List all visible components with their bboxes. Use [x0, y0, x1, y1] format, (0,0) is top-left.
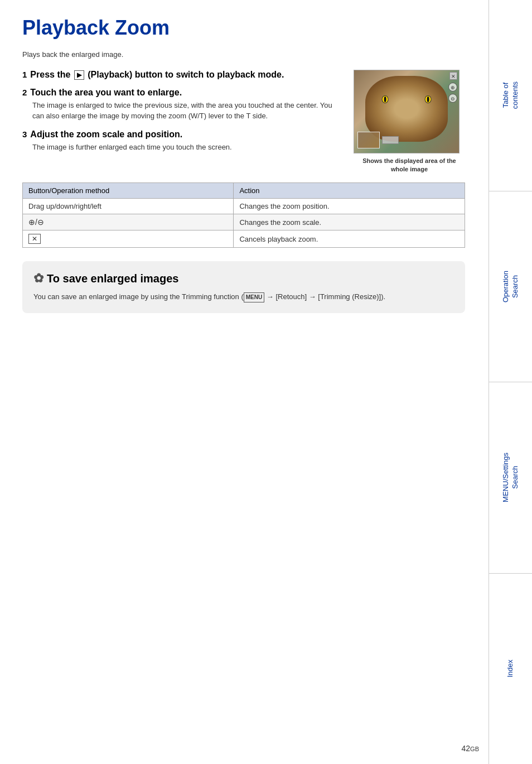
table-row: ✕ Cancels playback zoom.	[23, 230, 465, 248]
sidebar-item-table-of-contents[interactable]: Table ofcontents	[489, 0, 532, 191]
table-row: ⊕/⊖ Changes the zoom scale.	[23, 214, 465, 230]
table-cell-method-3: ✕	[23, 230, 234, 248]
preview-zoom-out-button[interactable]: ⊖	[448, 94, 457, 103]
preview-thumbnail	[357, 132, 380, 148]
sidebar-item-operation-search[interactable]: OperationSearch	[489, 191, 532, 383]
table-cell-method-1: Drag up/down/right/left	[23, 199, 234, 214]
table-cell-method-2: ⊕/⊖	[23, 214, 234, 230]
sidebar-label-menu-settings-search: MENU/SettingsSearch	[501, 453, 520, 502]
step-2-title: Touch the area you want to enlarge.	[30, 88, 182, 98]
table-cell-action-3: Cancels playback zoom.	[234, 230, 465, 248]
page-suffix: GB	[470, 746, 479, 752]
step-3: 3 Adjust the zoom scale and position. Th…	[22, 129, 342, 153]
preview-ui-overlay: ✕ ⊕ ⊖	[354, 70, 459, 153]
sidebar-item-menu-settings-search[interactable]: MENU/SettingsSearch	[489, 382, 532, 574]
page-number-value: 42	[462, 744, 471, 753]
step-2-desc: The image is enlarged to twice the previ…	[32, 100, 342, 122]
tip-icon: ✿	[33, 271, 43, 286]
preview-zoom-in-button[interactable]: ⊕	[448, 83, 457, 92]
table-row: Drag up/down/right/left Changes the zoom…	[23, 199, 465, 214]
menu-badge: MENU	[244, 292, 264, 302]
zoom-table: Button/Operation method Action Drag up/d…	[22, 182, 465, 248]
image-section: ✕ ⊕ ⊖ Shows the displayed area of the wh…	[354, 70, 465, 174]
sidebar-label-table-of-contents: Table ofcontents	[501, 81, 520, 109]
table-cell-action-2: Changes the zoom scale.	[234, 214, 465, 230]
step-3-desc: The image is further enlarged each time …	[32, 142, 342, 153]
sidebar: Table ofcontents OperationSearch MENU/Se…	[489, 0, 532, 764]
tip-text: You can save an enlarged image by using …	[33, 291, 454, 303]
table-header-method: Button/Operation method	[23, 183, 234, 199]
camera-preview: ✕ ⊕ ⊖	[354, 70, 460, 153]
step-2-number: 2	[22, 88, 27, 97]
preview-close-button[interactable]: ✕	[449, 72, 457, 80]
table-header-action: Action	[234, 183, 465, 199]
sidebar-item-index[interactable]: Index	[489, 574, 532, 765]
steps-section: 1 Press the ▶ (Playback) button to switc…	[22, 70, 342, 161]
step-2: 2 Touch the area you want to enlarge. Th…	[22, 88, 342, 122]
intro-text: Plays back the enlarged image.	[22, 50, 465, 59]
tip-box: ✿ To save enlarged images You can save a…	[22, 261, 465, 313]
table-cell-action-1: Changes the zoom position.	[234, 199, 465, 214]
step-3-title: Adjust the zoom scale and position.	[30, 129, 182, 140]
step-1-title: Press the ▶ (Playback) button to switch …	[30, 70, 284, 80]
image-caption: Shows the displayed area of the whole im…	[354, 157, 465, 174]
tip-title-text: To save enlarged images	[47, 272, 178, 285]
step-1-number: 1	[22, 70, 27, 79]
tip-title: ✿ To save enlarged images	[33, 271, 454, 286]
cancel-zoom-icon: ✕	[28, 234, 41, 244]
playback-button-icon: ▶	[74, 70, 84, 80]
sidebar-label-operation-search: OperationSearch	[501, 271, 520, 302]
preview-area-indicator	[382, 136, 399, 144]
page-number: 42GB	[462, 744, 479, 753]
sidebar-label-index: Index	[506, 660, 515, 677]
zoom-in-out-icon: ⊕/⊖	[28, 218, 44, 227]
page-title: Playback Zoom	[22, 17, 465, 39]
step-3-number: 3	[22, 129, 27, 139]
step-1: 1 Press the ▶ (Playback) button to switc…	[22, 70, 342, 80]
